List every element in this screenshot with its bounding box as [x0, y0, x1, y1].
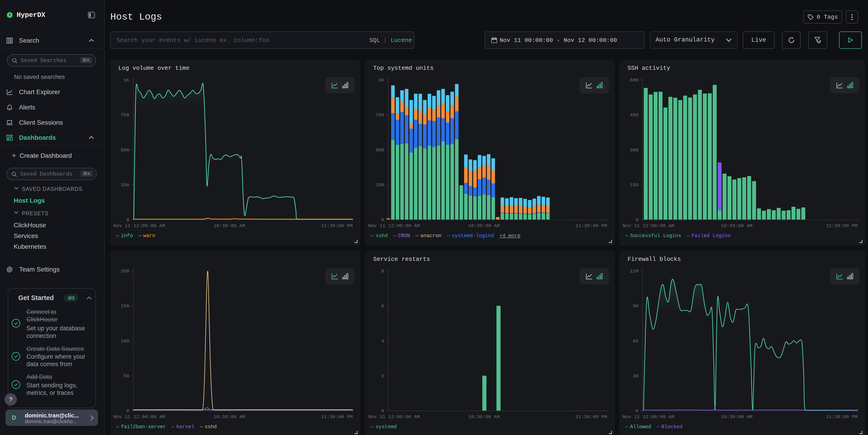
svg-text:200: 200 — [121, 269, 129, 274]
svg-text:11:30:00 PM: 11:30:00 PM — [575, 223, 607, 228]
svg-text:250: 250 — [121, 182, 129, 188]
svg-text:0: 0 — [126, 408, 129, 413]
svg-text:10:30:00 AM: 10:30:00 AM — [721, 414, 752, 420]
svg-text:10:30:00 AM: 10:30:00 AM — [468, 223, 500, 228]
svg-text:0: 0 — [381, 217, 384, 222]
svg-text:0: 0 — [381, 408, 384, 413]
svg-text:Nov 11 12:00:00 AM: Nov 11 12:00:00 AM — [622, 414, 674, 420]
svg-text:1K: 1K — [378, 77, 384, 83]
svg-text:0: 0 — [636, 408, 639, 413]
svg-text:6: 6 — [381, 304, 384, 309]
svg-text:750: 750 — [121, 113, 129, 118]
svg-text:90: 90 — [633, 304, 639, 309]
svg-text:100: 100 — [121, 339, 129, 344]
svg-text:Nov 11 12:00:00 AM: Nov 11 12:00:00 AM — [368, 223, 420, 228]
svg-text:0: 0 — [126, 217, 129, 222]
svg-text:11:30:00 PM: 11:30:00 PM — [321, 223, 352, 228]
svg-text:2: 2 — [381, 373, 384, 379]
svg-text:600: 600 — [630, 77, 639, 83]
svg-text:60: 60 — [633, 339, 639, 344]
svg-text:250: 250 — [375, 182, 384, 188]
svg-text:120: 120 — [630, 269, 639, 274]
svg-text:750: 750 — [375, 113, 384, 118]
svg-text:Nov 11 12:00:00 AM: Nov 11 12:00:00 AM — [113, 223, 165, 228]
svg-text:Nov 11 12:00:00 AM: Nov 11 12:00:00 AM — [622, 223, 674, 228]
svg-text:1K: 1K — [124, 77, 129, 83]
svg-text:4: 4 — [381, 339, 384, 344]
svg-text:8: 8 — [381, 269, 384, 274]
svg-text:10:30:00 AM: 10:30:00 AM — [213, 223, 245, 228]
svg-text:11:30:00 PM: 11:30:00 PM — [321, 414, 352, 420]
svg-text:11:30:00 PM: 11:30:00 PM — [575, 414, 607, 420]
svg-text:11:30:00 PM: 11:30:00 PM — [826, 223, 858, 228]
svg-text:10:30:00 AM: 10:30:00 AM — [468, 414, 500, 420]
svg-text:150: 150 — [121, 304, 129, 309]
svg-text:30: 30 — [633, 373, 639, 379]
svg-text:50: 50 — [124, 373, 129, 379]
svg-text:Nov 11 12:00:00 AM: Nov 11 12:00:00 AM — [368, 414, 420, 420]
svg-text:11:30:00 PM: 11:30:00 PM — [826, 414, 858, 420]
svg-text:0: 0 — [636, 217, 639, 222]
svg-text:150: 150 — [630, 182, 639, 188]
svg-text:450: 450 — [630, 113, 639, 118]
svg-text:500: 500 — [121, 148, 129, 153]
svg-text:500: 500 — [375, 148, 384, 153]
svg-text:300: 300 — [630, 148, 639, 153]
svg-text:10:30:00 AM: 10:30:00 AM — [213, 414, 245, 420]
svg-text:Nov 11 12:00:00 AM: Nov 11 12:00:00 AM — [113, 414, 165, 420]
svg-text:10:30:00 AM: 10:30:00 AM — [721, 223, 752, 228]
